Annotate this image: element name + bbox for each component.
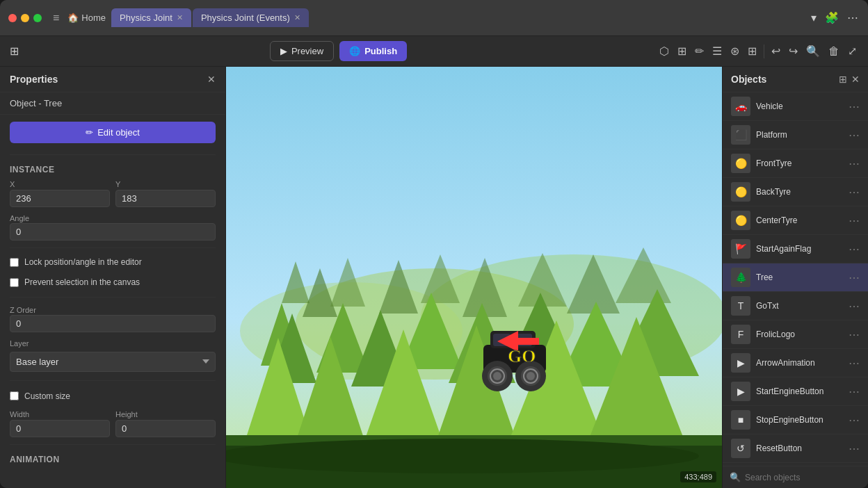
tab-physics-joint[interactable]: Physics Joint ✕ bbox=[111, 8, 191, 27]
width-input[interactable] bbox=[10, 420, 110, 437]
object-thumb-stopengine: ■ bbox=[731, 410, 750, 430]
height-field-group: Height bbox=[115, 410, 216, 437]
tab1-close-icon[interactable]: ✕ bbox=[177, 13, 183, 22]
object-menu-platform[interactable]: ⋯ bbox=[849, 129, 860, 142]
object-type-label: Object - Tree bbox=[0, 92, 225, 115]
asset-icon[interactable]: ⊞ bbox=[675, 42, 689, 60]
minimize-button[interactable] bbox=[21, 14, 29, 22]
publish-button[interactable]: 🌐 Publish bbox=[339, 41, 407, 61]
object-menu-centertyre[interactable]: ⋯ bbox=[849, 214, 860, 227]
object-item-resetbutton[interactable]: ↺ ResetButton ⋯ bbox=[723, 434, 868, 463]
object-name-platform: Platform bbox=[756, 130, 843, 140]
object-menu-startagainflag[interactable]: ⋯ bbox=[849, 243, 860, 256]
object-item-startagainflag[interactable]: 🚩 StartAgainFlag ⋯ bbox=[723, 235, 868, 263]
close-button[interactable] bbox=[8, 14, 17, 22]
panel-close-icon[interactable]: ✕ bbox=[207, 74, 216, 85]
object-menu-backtyre[interactable]: ⋯ bbox=[849, 186, 860, 199]
zoom-icon[interactable]: 🔍 bbox=[803, 42, 823, 60]
dropdown-icon[interactable]: ▾ bbox=[810, 10, 818, 26]
svg-point-37 bbox=[493, 372, 501, 380]
object-name-backtyre: BackTyre bbox=[756, 187, 843, 197]
tab2-close-icon[interactable]: ✕ bbox=[294, 13, 300, 22]
object-item-arrowanim[interactable]: ▶ ArrowAnimation ⋯ bbox=[723, 349, 868, 377]
panels-icon[interactable]: ⊞ bbox=[8, 43, 20, 59]
object-thumb-resetbutton: ↺ bbox=[731, 439, 750, 458]
lock-checkbox-row: Lock position/angle in the editor bbox=[0, 252, 225, 273]
x-input[interactable] bbox=[10, 190, 110, 207]
delete-icon[interactable]: 🗑 bbox=[826, 42, 842, 60]
list-icon[interactable]: ☰ bbox=[709, 42, 725, 60]
properties-panel: Properties ✕ Object - Tree ✏ Edit object… bbox=[0, 67, 226, 488]
publish-label: Publish bbox=[364, 46, 397, 56]
object-item-centertyre[interactable]: 🟡 CenterTyre ⋯ bbox=[723, 206, 868, 235]
tab2-label: Physics Joint (Events) bbox=[201, 13, 290, 23]
objects-close-icon[interactable]: ✕ bbox=[851, 74, 860, 85]
object-item-tree[interactable]: 🌲 Tree ⋯ bbox=[723, 263, 868, 292]
object-menu-resetbutton[interactable]: ⋯ bbox=[849, 442, 860, 455]
redo-icon[interactable]: ↪ bbox=[786, 42, 801, 60]
fullscreen-icon[interactable]: ⤢ bbox=[845, 42, 860, 60]
preview-button[interactable]: ▶ Preview bbox=[270, 41, 334, 61]
object3d-icon[interactable]: ⬡ bbox=[657, 42, 672, 60]
object-item-vehicle[interactable]: 🚗 Vehicle ⋯ bbox=[723, 92, 868, 121]
object-menu-gotxt[interactable]: ⋯ bbox=[849, 300, 860, 313]
object-name-vehicle: Vehicle bbox=[756, 101, 843, 111]
lock-checkbox[interactable] bbox=[10, 258, 19, 267]
layers-icon[interactable]: ⊛ bbox=[728, 42, 742, 60]
filter-icon[interactable]: ⊞ bbox=[839, 74, 847, 85]
object-menu-stopengine[interactable]: ⋯ bbox=[849, 414, 860, 427]
toolbar-left: ⊞ bbox=[8, 43, 20, 59]
object-menu-arrowanim[interactable]: ⋯ bbox=[849, 357, 860, 370]
object-menu-froliclogo[interactable]: ⋯ bbox=[849, 328, 860, 341]
layer-select[interactable]: Base layer UI Layer Background bbox=[10, 352, 216, 372]
prevent-checkbox[interactable] bbox=[10, 278, 19, 287]
hamburger-icon[interactable]: ≡ bbox=[53, 12, 59, 24]
toolbar-sep bbox=[764, 44, 764, 58]
extensions-icon[interactable]: 🧩 bbox=[823, 10, 840, 26]
panel-header: Properties ✕ bbox=[0, 67, 225, 92]
z-order-input[interactable] bbox=[10, 315, 216, 332]
toolbar: ⊞ ▶ Preview 🌐 Publish ⬡ ⊞ ✏ ☰ ⊛ ⊞ ↩ ↪ 🔍 … bbox=[0, 36, 868, 67]
objects-panel-title: Objects bbox=[731, 74, 766, 85]
angle-input[interactable] bbox=[10, 223, 216, 241]
object-item-startengine[interactable]: ▶ StartEngineButton ⋯ bbox=[723, 377, 868, 406]
panel-title: Properties bbox=[10, 74, 58, 85]
toolbar-center: ▶ Preview 🌐 Publish bbox=[24, 41, 652, 61]
height-input[interactable] bbox=[115, 420, 216, 437]
object-item-stopengine[interactable]: ■ StopEngineButton ⋯ bbox=[723, 406, 868, 434]
edit-icon[interactable]: ✏ bbox=[692, 42, 707, 60]
home-label: Home bbox=[81, 13, 106, 23]
tab-physics-joint-events[interactable]: Physics Joint (Events) ✕ bbox=[193, 8, 309, 27]
custom-size-checkbox[interactable] bbox=[10, 391, 19, 400]
object-name-arrowanim: ArrowAnimation bbox=[756, 358, 843, 368]
object-item-gotxt[interactable]: T GoTxt ⋯ bbox=[723, 292, 868, 320]
undo-icon[interactable]: ↩ bbox=[769, 42, 783, 60]
object-item-backtyre[interactable]: 🟡 BackTyre ⋯ bbox=[723, 178, 868, 206]
object-menu-tree[interactable]: ⋯ bbox=[849, 271, 860, 284]
custom-size-label: Custom size bbox=[24, 391, 70, 402]
height-label: Height bbox=[115, 410, 216, 418]
object-item-fronttyre[interactable]: 🟡 FrontTyre ⋯ bbox=[723, 149, 868, 178]
search-icon: 🔍 bbox=[730, 472, 741, 482]
edit-object-button[interactable]: ✏ Edit object bbox=[10, 122, 216, 143]
y-input[interactable] bbox=[115, 190, 216, 207]
grid-icon[interactable]: ⊞ bbox=[745, 42, 760, 60]
home-button[interactable]: 🏠 Home bbox=[67, 13, 106, 23]
object-menu-startengine[interactable]: ⋯ bbox=[849, 385, 860, 398]
object-thumb-arrowanim: ▶ bbox=[731, 353, 750, 373]
y-field-group: Y bbox=[115, 180, 216, 207]
toolbar-right: ⬡ ⊞ ✏ ☰ ⊛ ⊞ ↩ ↪ 🔍 🗑 ⤢ bbox=[657, 42, 860, 60]
object-thumb-gotxt: T bbox=[731, 296, 750, 316]
tabs-area: Physics Joint ✕ Physics Joint (Events) ✕ bbox=[111, 8, 804, 27]
object-menu-vehicle[interactable]: ⋯ bbox=[849, 100, 860, 113]
search-input[interactable] bbox=[745, 473, 861, 482]
object-item-froliclogo[interactable]: F FrolicLogo ⋯ bbox=[723, 320, 868, 349]
divider2 bbox=[10, 247, 216, 248]
edit-object-label: Edit object bbox=[97, 127, 140, 138]
maximize-button[interactable] bbox=[33, 14, 42, 22]
canvas-area[interactable]: GO bbox=[226, 67, 722, 488]
canvas-svg: GO bbox=[226, 67, 722, 488]
object-menu-fronttyre[interactable]: ⋯ bbox=[849, 157, 860, 170]
object-item-platform[interactable]: ⬛ Platform ⋯ bbox=[723, 121, 868, 149]
more-options-icon[interactable]: ⋯ bbox=[846, 10, 860, 26]
